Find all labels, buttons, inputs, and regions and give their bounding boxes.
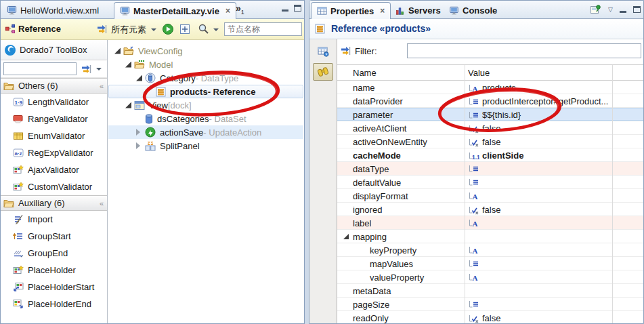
toolbox-item-customvalidator[interactable]: CustomValidator (1, 178, 107, 195)
toolbox-item-lengthvalidator[interactable]: 1·9LengthValidator (1, 94, 107, 110)
toolbox-section-others[interactable]: Others (6)« (1, 78, 107, 94)
regexp-validator-icon: a·z (13, 148, 24, 158)
view-menu-icon[interactable]: ▽ (608, 6, 613, 13)
property-row-keyProperty[interactable]: keyPropertyA (337, 243, 643, 257)
toolbox-item-placeholderend[interactable]: PlaceHolderEnd (1, 296, 107, 312)
toolbox-item-groupend[interactable]: GroupEnd (1, 245, 107, 262)
tree-node-model[interactable]: Model (108, 58, 303, 71)
tree-node-type: - DataSet (209, 114, 246, 124)
node-search-input[interactable] (224, 22, 302, 36)
collapse-chevron-icon[interactable]: « (100, 82, 104, 90)
close-icon[interactable]: × (380, 6, 385, 16)
toolbox-item-label: PlaceHolderEnd (28, 299, 91, 309)
maximize-icon[interactable] (294, 5, 301, 12)
toolbox-item-import[interactable]: Import (1, 211, 107, 228)
tree-node-splitpanel[interactable]: SplitPanel (108, 139, 303, 153)
property-row-mapValues[interactable]: mapValues (337, 257, 643, 270)
property-row-pageSize[interactable]: pageSize (337, 298, 643, 311)
property-row-parameter[interactable]: parameter$${this.id} (337, 108, 643, 121)
property-row-mapping[interactable]: mapping (337, 230, 643, 243)
binoculars-icon (317, 66, 329, 77)
property-value: A (468, 191, 479, 201)
value-type-string-icon: A (468, 246, 479, 255)
property-row-valueProperty[interactable]: valuePropertyA (337, 270, 643, 284)
element-filter-icon[interactable] (97, 24, 108, 35)
expanded-arrow-icon[interactable] (125, 102, 131, 108)
range-validator-icon (13, 114, 24, 124)
toolbox-item-regexpvalidator[interactable]: a·zRegExpValidator (1, 144, 107, 161)
tree-node-type: - Reference (208, 87, 256, 97)
toolbox-item-ajaxvalidator[interactable]: AjaxValidator (1, 161, 107, 178)
collapsed-arrow-icon[interactable] (136, 129, 140, 136)
expanded-arrow-icon[interactable] (125, 62, 131, 68)
collapse-chevron-icon[interactable]: « (100, 199, 104, 207)
property-rows: nameAproductsdataProviderproductIntercep… (337, 81, 643, 324)
tree-node-label: SplitPanel (160, 141, 200, 151)
section-folder-icon (3, 81, 14, 91)
expanded-arrow-icon[interactable] (136, 75, 142, 81)
tab-label: HelloWorld.view.xml (20, 5, 99, 16)
minimize-icon[interactable] (620, 7, 626, 13)
minimize-icon[interactable] (282, 5, 288, 12)
view-tab-servers[interactable]: Servers (389, 2, 446, 19)
highlight-properties-button[interactable] (313, 63, 333, 81)
search-icon[interactable] (198, 23, 209, 35)
tree-node-view[interactable]: View [dock] (108, 98, 303, 112)
toolbox-filter-caret-icon[interactable] (96, 68, 102, 70)
search-caret-icon[interactable] (213, 28, 219, 31)
property-row-cacheMode[interactable]: cacheMode1.1clientSide (337, 148, 643, 162)
view-tab-console[interactable]: Console (444, 2, 502, 19)
svg-text:A: A (473, 85, 478, 93)
property-row-ignored[interactable]: ignoredfalse (337, 203, 643, 216)
property-name: pageSize (353, 300, 389, 310)
collapsed-arrow-icon[interactable] (136, 142, 140, 149)
tree-node-actionsave[interactable]: actionSave - UpdateAction (108, 125, 303, 139)
toolbox-item-rangevalidator[interactable]: RangeValidator (1, 110, 107, 127)
servers-icon (395, 6, 405, 16)
value-type-string-icon: A (468, 84, 479, 93)
tree-node-products[interactable]: products - Reference (108, 85, 303, 98)
tab-overflow-chevron[interactable]: »1 (236, 3, 244, 16)
tree-node-viewconfig[interactable]: ViewConfig (108, 44, 303, 58)
show-advanced-properties-button[interactable] (313, 43, 333, 60)
property-row-label[interactable]: labelA (337, 216, 643, 230)
toolbox-filter-icon[interactable] (81, 64, 93, 75)
maximize-icon[interactable] (633, 6, 641, 13)
toolbox-item-placeholderstart[interactable]: PlaceHolderStart (1, 279, 107, 296)
property-row-activeOnNewEntity[interactable]: activeOnNewEntityfalse (337, 135, 643, 148)
expanded-arrow-icon[interactable] (343, 234, 349, 239)
toolbox-search-row (1, 60, 107, 78)
toolbox-item-placeholder[interactable]: PlaceHolder (1, 262, 107, 279)
toolbox-header: Dorado7 ToolBox (1, 40, 107, 60)
expand-all-icon[interactable] (179, 24, 190, 35)
property-row-dataProvider[interactable]: dataProviderproductInterceptor#getProduc… (337, 94, 643, 108)
property-row-displayFormat[interactable]: displayFormatA (337, 189, 643, 203)
tree-node-category[interactable]: Category - DataType (108, 71, 303, 85)
property-row-name[interactable]: nameAproducts (337, 81, 643, 94)
property-row-readOnly[interactable]: readOnlyfalse (337, 311, 643, 324)
toolbox-sections: Others (6)«1·9LengthValidatorRangeValida… (1, 78, 107, 312)
property-row-defaultValue[interactable]: defaultValue (337, 176, 643, 189)
element-filter-label[interactable]: 所有元素 (111, 24, 146, 36)
pin-editor-icon[interactable] (590, 4, 601, 15)
toolbox-search-input[interactable] (3, 62, 77, 75)
expanded-arrow-icon[interactable] (114, 48, 121, 54)
property-value: 1.1clientSide (468, 150, 523, 161)
properties-filter-input[interactable] (407, 43, 641, 58)
view-tab-properties[interactable]: Properties× (311, 2, 391, 19)
run-icon[interactable] (162, 23, 174, 35)
tree-node-dscategories[interactable]: dsCategories - DataSet (108, 112, 303, 125)
file-tab-masterdetaillazy-vie[interactable]: MasterDetailLazy.vie× (114, 2, 236, 19)
property-row-dataType[interactable]: dataType (337, 162, 643, 176)
properties-table: Name Value nameAproductsdataProviderprod… (337, 64, 643, 323)
property-name: metaData (353, 286, 391, 296)
element-filter-caret-icon[interactable] (151, 28, 156, 31)
toolbox-item-enumvalidator[interactable]: EnumValidator (1, 127, 107, 144)
file-tab-helloworld-view-xml[interactable]: HelloWorld.view.xml (1, 2, 104, 19)
toolbox-section-auxiliary[interactable]: Auxiliary (6)« (1, 195, 107, 211)
toolbox-item-groupstart[interactable]: GroupStart (1, 228, 107, 245)
property-value: false (468, 205, 500, 215)
property-row-metaData[interactable]: metaData (337, 284, 643, 298)
close-icon[interactable]: × (226, 6, 230, 16)
property-row-activeAtClient[interactable]: activeAtClientfalse (337, 121, 643, 135)
